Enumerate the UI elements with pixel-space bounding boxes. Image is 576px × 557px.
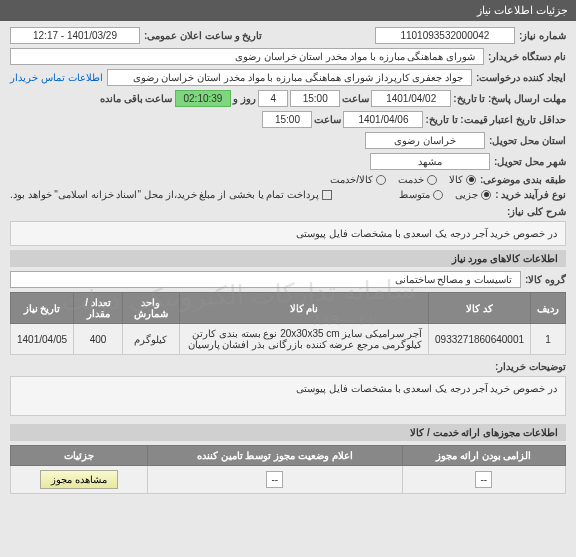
city-value: مشهد [370, 153, 490, 170]
td-row: 1 [531, 324, 566, 355]
min-valid-date: 1401/04/06 [343, 111, 423, 128]
category-radio-group: کالا خدمت کالا/خدمت [330, 174, 476, 185]
remaining-label: ساعت باقی مانده [100, 93, 173, 104]
description-label: شرح کلی نیاز: [507, 206, 566, 217]
page-title: جزئیات اطلاعات نیاز [477, 4, 568, 16]
category-label: طبقه بندی موضوعی: [480, 174, 566, 185]
province-label: استان محل تحویل: [489, 135, 566, 146]
buyer-notes-label: توضیحات خریدار: [495, 361, 566, 372]
requester-label: ایجاد کننده درخواست: [476, 72, 566, 83]
auth-required-select[interactable]: -- [475, 471, 492, 488]
process-radio-group: جزیی متوسط [399, 189, 491, 200]
process-type-label: نوع فرآیند خرید : [495, 189, 566, 200]
buyer-org-value: شورای هماهنگی مبارزه با مواد مخدر استان … [10, 48, 484, 65]
min-valid-time-label: ساعت [314, 114, 341, 125]
need-number-value: 1101093532000042 [375, 27, 515, 44]
days-remaining: 4 [258, 90, 288, 107]
radio-icon [466, 175, 476, 185]
td-date: 1401/04/05 [11, 324, 74, 355]
page-header: جزئیات اطلاعات نیاز [0, 0, 576, 21]
radio-medium[interactable]: متوسط [399, 189, 443, 200]
goods-group-label: گروه کالا: [525, 274, 566, 285]
announce-date-label: تاریخ و ساعت اعلان عمومی: [144, 30, 262, 41]
buyer-org-label: نام دستگاه خریدار: [488, 51, 566, 62]
th-unit: واحد شمارش [122, 293, 179, 324]
th-auth-required: الزامی بودن ارائه مجوز [402, 446, 565, 466]
description-box: در خصوص خرید آجر درجه یک اسعدی با مشخصات… [10, 221, 566, 246]
view-auth-button[interactable]: مشاهده مجوز [40, 470, 118, 489]
td-code: 0933271860640001 [429, 324, 531, 355]
goods-table: ردیف کد کالا نام کالا واحد شمارش تعداد /… [10, 292, 566, 355]
city-label: شهر محل تحویل: [494, 156, 566, 167]
min-valid-time: 15:00 [262, 111, 312, 128]
radio-goods[interactable]: کالا [449, 174, 476, 185]
days-label: روز و [233, 93, 256, 104]
table-row[interactable]: 1 0933271860640001 آجر سرامیکی سایز 20x3… [11, 324, 566, 355]
buyer-notes-box: در خصوص خرید آجر درجه یک اسعدی با مشخصات… [10, 376, 566, 416]
deadline-date: 1401/04/02 [371, 90, 451, 107]
deadline-label: مهلت ارسال پاسخ: تا تاریخ: [453, 93, 566, 104]
td-name: آجر سرامیکی سایز 20x30x35 cm نوع بسته بن… [179, 324, 428, 355]
deadline-time-label: ساعت [342, 93, 369, 104]
min-valid-label: حداقل تاریخ اعتبار قیمت: تا تاریخ: [425, 114, 566, 125]
main-content: شماره نیاز: 1101093532000042 تاریخ و ساع… [0, 21, 576, 500]
radio-both[interactable]: کالا/خدمت [330, 174, 386, 185]
deadline-time: 15:00 [290, 90, 340, 107]
td-unit: کیلوگرم [122, 324, 179, 355]
need-number-label: شماره نیاز: [519, 30, 566, 41]
th-row: ردیف [531, 293, 566, 324]
th-qty: تعداد / مقدار [74, 293, 123, 324]
auth-section-title: اطلاعات مجوزهای ارائه خدمت / کالا [10, 424, 566, 441]
th-code: کد کالا [429, 293, 531, 324]
requester-value: جواد جعفری کارپرداز شورای هماهنگی مبارزه… [107, 69, 473, 86]
radio-icon [376, 175, 386, 185]
radio-icon [433, 190, 443, 200]
radio-icon [427, 175, 437, 185]
auth-table: الزامی بودن ارائه مجوز اعلام وضعیت مجوز … [10, 445, 566, 494]
th-date: تاریخ نیاز [11, 293, 74, 324]
radio-service[interactable]: خدمت [398, 174, 437, 185]
auth-table-row: -- -- مشاهده مجوز [11, 466, 566, 494]
th-auth-details: جزئیات [11, 446, 148, 466]
buyer-contact-link[interactable]: اطلاعات تماس خریدار [10, 72, 103, 83]
th-auth-status: اعلام وضعیت مجوز توسط تامین کننده [147, 446, 402, 466]
payment-note: پرداخت تمام یا بخشی از مبلغ خرید،از محل … [10, 189, 319, 200]
countdown-timer: 02:10:39 [175, 90, 232, 107]
province-value: خراسان رضوی [365, 132, 485, 149]
radio-partial[interactable]: جزیی [455, 189, 491, 200]
auth-status-select[interactable]: -- [266, 471, 283, 488]
radio-icon [481, 190, 491, 200]
payment-checkbox-item[interactable]: پرداخت تمام یا بخشی از مبلغ خرید،از محل … [10, 189, 332, 200]
announce-date-value: 1401/03/29 - 12:17 [10, 27, 140, 44]
checkbox-icon [322, 190, 332, 200]
goods-group-value: تاسیسات و مصالح ساختمانی [10, 271, 521, 288]
goods-section-title: اطلاعات کالاهای مورد نیاز [10, 250, 566, 267]
td-qty: 400 [74, 324, 123, 355]
th-name: نام کالا [179, 293, 428, 324]
